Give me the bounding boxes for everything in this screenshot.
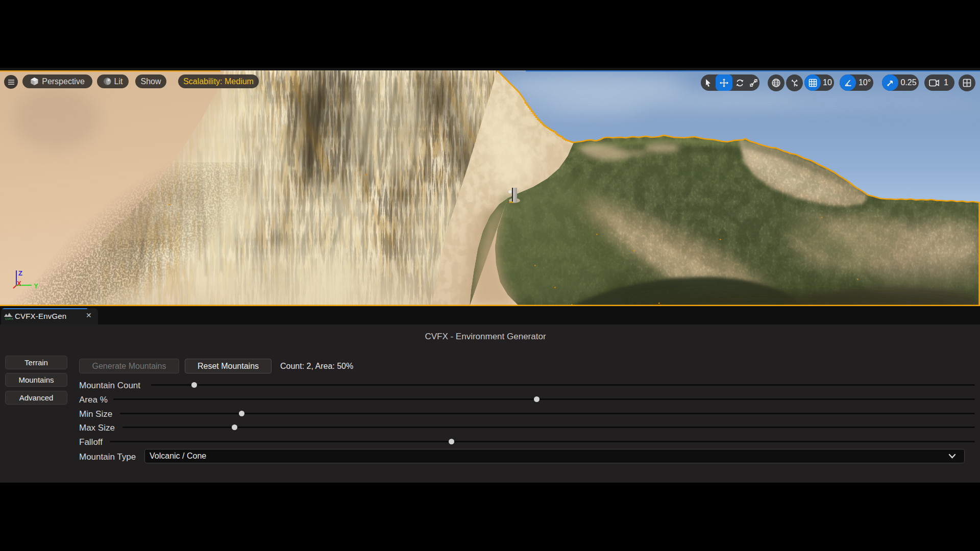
svg-text:CVFX: CVFX (5, 317, 13, 320)
svg-text:X: X (17, 280, 21, 287)
svg-text:Y: Y (34, 282, 38, 290)
svg-text:Z: Z (18, 269, 22, 277)
